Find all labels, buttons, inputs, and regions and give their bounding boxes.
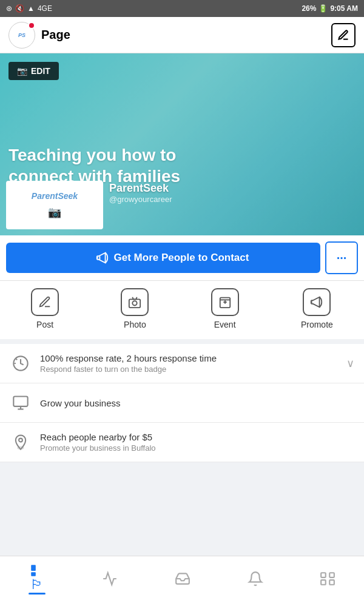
top-bar-left: PS Page xyxy=(8,22,70,49)
profile-logo-text: ParentSeek xyxy=(32,191,78,201)
grow-icon xyxy=(10,392,32,414)
reach-nearby-sub: Promote your business in Buffalo xyxy=(40,443,354,453)
status-bar: ⊛ 🔇 ▲ 4GE 26% 🔋 9:05 AM xyxy=(0,0,364,17)
status-left: ⊛ 🔇 ▲ 4GE xyxy=(6,4,52,13)
list-section: 100% response rate, 2 hours response tim… xyxy=(0,344,364,462)
page-handle: @growyourcareer xyxy=(109,195,172,204)
response-icon xyxy=(10,352,32,374)
wifi-icon: ▲ xyxy=(27,4,35,13)
mute-icon: 🔇 xyxy=(15,4,24,13)
camera-icon: 📷 xyxy=(17,66,27,76)
quick-action-promote[interactable]: Promote xyxy=(301,288,333,329)
event-icon xyxy=(211,288,239,316)
photo-label: Photo xyxy=(124,320,146,329)
grow-business-title: Grow your business xyxy=(40,398,354,408)
event-label: Event xyxy=(214,320,236,329)
quick-action-photo[interactable]: Photo xyxy=(121,288,149,329)
profile-card: ParentSeek 📷 xyxy=(6,181,103,229)
page-name-wrap: ParentSeek @growyourcareer xyxy=(109,182,172,204)
get-more-people-button[interactable]: Get More People to Contact xyxy=(6,243,320,273)
notification-dot xyxy=(28,22,35,29)
response-rate-item[interactable]: 100% response rate, 2 hours response tim… xyxy=(0,344,364,383)
quick-action-event[interactable]: Event xyxy=(211,288,239,329)
svg-rect-7 xyxy=(13,397,27,406)
response-rate-sub: Respond faster to turn on the badge xyxy=(40,365,338,374)
status-right: 26% 🔋 9:05 AM xyxy=(302,4,358,13)
signal-label: 4GE xyxy=(38,4,52,13)
post-icon xyxy=(31,288,59,316)
chevron-down-icon: ∨ xyxy=(346,357,354,370)
battery-percent: 26% xyxy=(302,4,316,13)
quick-action-post[interactable]: Post xyxy=(31,288,59,329)
promote-label: Promote xyxy=(301,320,333,329)
top-bar: PS Page xyxy=(0,17,364,53)
app-logo: PS xyxy=(8,22,35,49)
battery-icon: 🔋 xyxy=(318,4,328,13)
svg-point-1 xyxy=(133,301,137,305)
post-label: Post xyxy=(36,320,53,329)
grow-business-content: Grow your business xyxy=(40,398,354,408)
reach-nearby-item[interactable]: Reach people nearby for $5 Promote your … xyxy=(0,423,364,462)
edit-cover-button[interactable]: 📷 EDIT xyxy=(8,62,59,80)
reach-nearby-title: Reach people nearby for $5 xyxy=(40,432,354,442)
quick-actions: Post Photo Event Promote xyxy=(0,281,364,344)
svg-point-10 xyxy=(19,439,22,442)
hero-banner: 📷 EDIT Teaching you how to connect with … xyxy=(0,53,364,235)
location-icon xyxy=(10,431,32,453)
page-title: Page xyxy=(41,28,70,42)
response-rate-content: 100% response rate, 2 hours response tim… xyxy=(40,353,338,374)
reach-nearby-content: Reach people nearby for $5 Promote your … xyxy=(40,432,354,453)
time-display: 9:05 AM xyxy=(330,4,358,13)
promote-icon xyxy=(303,288,331,316)
page-name: ParentSeek xyxy=(109,182,172,195)
photo-icon xyxy=(121,288,149,316)
compose-button[interactable] xyxy=(331,23,356,47)
bluetooth-icon: ⊛ xyxy=(6,4,12,13)
more-options-button[interactable]: ··· xyxy=(325,241,358,274)
action-row: Get More People to Contact ··· xyxy=(0,235,364,281)
response-rate-title: 100% response rate, 2 hours response tim… xyxy=(40,353,338,363)
grow-business-item[interactable]: Grow your business xyxy=(0,383,364,423)
change-profile-photo-icon[interactable]: 📷 xyxy=(48,206,61,219)
